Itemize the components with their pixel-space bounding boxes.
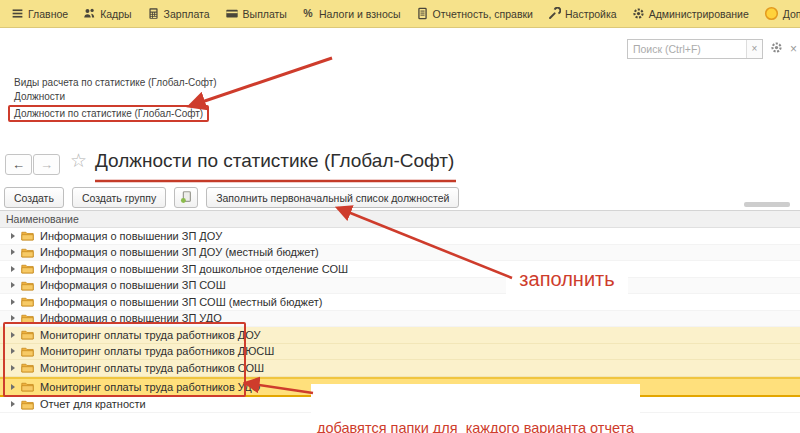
forward-button[interactable]: → bbox=[33, 154, 60, 175]
row-label: Информация о повышении ЗП дошкольное отд… bbox=[40, 263, 348, 275]
folder-icon bbox=[21, 280, 34, 291]
menu-item-label: Зарплата bbox=[164, 8, 210, 20]
menu-item-5[interactable]: Отчетность, справки bbox=[411, 3, 538, 25]
folder-icon bbox=[21, 247, 34, 258]
annotation-fill-label: заполнить bbox=[506, 262, 628, 296]
table-row[interactable]: Информация о повышении ЗП СОШ (местный б… bbox=[0, 294, 800, 311]
menu-item-label: Администрирование bbox=[649, 8, 749, 20]
table-row[interactable]: Информация о повышении ЗП дошкольное отд… bbox=[0, 261, 800, 278]
triangle-right-icon[interactable] bbox=[11, 332, 15, 338]
triangle-right-icon[interactable] bbox=[11, 384, 15, 390]
list-toolbar: Создать Создать группу Заполнить первона… bbox=[4, 187, 459, 208]
search-box: × bbox=[627, 39, 763, 59]
annotation-box-nav-link: Должности по статистике (Глобал-Софт) bbox=[8, 105, 209, 122]
table-row[interactable]: Информация о повышении ЗП ДОУ (местный б… bbox=[0, 245, 800, 262]
menu-item-label: Главное bbox=[28, 8, 68, 20]
menu-item-7[interactable]: Администрирование bbox=[627, 3, 754, 25]
folder-icon bbox=[21, 313, 34, 324]
row-label: Информация о повышении ЗП ДОУ bbox=[40, 230, 222, 242]
nav-links: Виды расчета по статистике (Глобал-Софт)… bbox=[14, 77, 217, 125]
folder-icon bbox=[21, 230, 34, 241]
fill-initial-list-button[interactable]: Заполнить первоначальный список должност… bbox=[206, 187, 459, 208]
triangle-right-icon[interactable] bbox=[11, 315, 15, 321]
menu-item-6[interactable]: Настройка bbox=[543, 3, 622, 25]
row-label: Мониторинг оплаты труда работников СОШ bbox=[40, 362, 264, 374]
calculator-icon bbox=[147, 7, 160, 20]
table-row[interactable]: Мониторинг оплаты труда работников СОШ bbox=[0, 360, 800, 377]
row-label: Информация о повышении ЗП ДОУ (местный б… bbox=[40, 246, 319, 258]
nav-link-calc-kinds[interactable]: Виды расчета по статистике (Глобал-Софт) bbox=[14, 77, 217, 88]
folder-icon bbox=[21, 362, 34, 373]
settings-gear-icon[interactable] bbox=[770, 41, 783, 57]
top-menubar: ГлавноеКадрыЗарплатаВыплаты%Налоги и взн… bbox=[0, 0, 800, 28]
folder-icon bbox=[21, 329, 34, 340]
triangle-right-icon[interactable] bbox=[11, 249, 15, 255]
triangle-right-icon[interactable] bbox=[11, 401, 15, 407]
search-input[interactable] bbox=[628, 40, 746, 58]
menu-item-label: Выплаты bbox=[243, 8, 287, 20]
column-header-name[interactable]: Наименование bbox=[0, 210, 800, 228]
copy-button[interactable] bbox=[174, 187, 198, 208]
row-label: Информация о повышении ЗП СОШ bbox=[40, 279, 226, 291]
triangle-right-icon[interactable] bbox=[11, 348, 15, 354]
nav-link-positions-statistics[interactable]: Должности по статистике (Глобал-Софт) bbox=[14, 108, 203, 119]
menu-item-label: Отчетность, справки bbox=[433, 8, 533, 20]
report-icon bbox=[416, 7, 429, 20]
menu-item-2[interactable]: Зарплата bbox=[142, 3, 215, 25]
hamburger-icon bbox=[11, 7, 24, 20]
scrollbar-thumb[interactable] bbox=[744, 202, 790, 207]
menu-item-3[interactable]: Выплаты bbox=[220, 3, 292, 25]
menu-item-label: Доп. возможности bbox=[783, 8, 800, 20]
triangle-right-icon[interactable] bbox=[11, 266, 15, 272]
table-row[interactable]: Мониторинг оплаты труда работников ДОУ bbox=[0, 327, 800, 344]
folder-icon bbox=[21, 296, 34, 307]
card-icon bbox=[225, 7, 239, 20]
addon-circle-icon bbox=[764, 6, 779, 21]
row-label: Мониторинг оплаты труда работников ДОУ bbox=[40, 329, 261, 341]
create-button[interactable]: Создать bbox=[4, 187, 64, 208]
menu-item-0[interactable]: Главное bbox=[6, 3, 73, 25]
annotation-folders-note-line1: добавятся папки для каждого варианта отч… bbox=[317, 420, 634, 433]
menu-item-label: Кадры bbox=[100, 8, 131, 20]
search-clear-icon[interactable]: × bbox=[746, 40, 762, 58]
folder-icon bbox=[21, 399, 34, 410]
page-title: Должности по статистике (Глобал-Софт) bbox=[95, 150, 454, 172]
svg-text:%: % bbox=[303, 7, 313, 19]
percent-icon: % bbox=[302, 7, 315, 20]
table-row[interactable]: Информация о повышении ЗП СОШ bbox=[0, 278, 800, 295]
menu-item-8[interactable]: Доп. возможности bbox=[759, 3, 800, 25]
app-window: ГлавноеКадрыЗарплатаВыплаты%Налоги и взн… bbox=[0, 0, 800, 433]
menu-item-4[interactable]: %Налоги и взносы bbox=[297, 3, 406, 25]
menu-item-label: Налоги и взносы bbox=[319, 8, 401, 20]
create-group-button[interactable]: Создать группу bbox=[72, 187, 166, 208]
positions-list: Наименование Информация о повышении ЗП Д… bbox=[0, 210, 800, 413]
close-icon[interactable]: × bbox=[790, 42, 797, 56]
row-label: Отчет для кратности bbox=[40, 398, 146, 410]
row-label: Информация о повышении ЗП СОШ (местный б… bbox=[40, 296, 322, 308]
doc-copy-icon bbox=[179, 190, 193, 206]
row-label: Информация о повышении ЗП УДО bbox=[40, 312, 222, 324]
row-label: Мониторинг оплаты труда работников УДО bbox=[40, 381, 260, 393]
menu-item-1[interactable]: Кадры bbox=[78, 3, 136, 25]
gear-icon bbox=[632, 7, 645, 20]
folder-icon bbox=[21, 346, 34, 357]
wrench-icon bbox=[548, 7, 561, 20]
table-row[interactable]: Мониторинг оплаты труда работников ДЮСШ bbox=[0, 344, 800, 361]
annotation-folders-note: добавятся папки для каждого варианта отч… bbox=[311, 384, 640, 433]
search-cluster: × × bbox=[627, 39, 797, 59]
back-button[interactable]: ← bbox=[5, 154, 32, 175]
triangle-right-icon[interactable] bbox=[11, 299, 15, 305]
favorite-star-icon[interactable]: ☆ bbox=[70, 149, 87, 172]
folder-icon bbox=[21, 263, 34, 274]
folder-icon bbox=[21, 381, 34, 392]
people-icon bbox=[83, 7, 96, 20]
triangle-right-icon[interactable] bbox=[11, 282, 15, 288]
triangle-right-icon[interactable] bbox=[11, 233, 15, 239]
triangle-right-icon[interactable] bbox=[11, 365, 15, 371]
table-row[interactable]: Информация о повышении ЗП ДОУ bbox=[0, 228, 800, 245]
table-row[interactable]: Информация о повышении ЗП УДО bbox=[0, 311, 800, 328]
row-label: Мониторинг оплаты труда работников ДЮСШ bbox=[40, 345, 274, 357]
nav-link-positions[interactable]: Должности bbox=[14, 91, 65, 102]
menu-item-label: Настройка bbox=[565, 8, 617, 20]
